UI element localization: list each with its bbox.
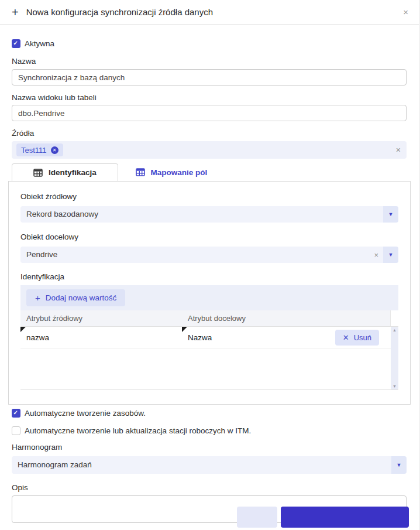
delete-row-button-label: Usuń	[354, 333, 371, 342]
view-label: Nazwa widoku lub tabeli	[12, 93, 407, 102]
plus-icon: +	[12, 6, 19, 18]
target-object-value: Pendrive	[20, 247, 398, 263]
scroll-up-icon[interactable]: ▲	[393, 328, 397, 332]
active-checkbox[interactable]	[12, 39, 20, 48]
view-input[interactable]	[12, 105, 407, 121]
cell-source-attribute[interactable]: nazwa	[20, 327, 182, 348]
plus-icon: +	[35, 295, 40, 302]
sources-multiselect[interactable]: Test111 ✕ ×	[12, 141, 407, 159]
dialog-footer	[0, 507, 419, 530]
add-value-button-label: Dodaj nową wartość	[46, 293, 117, 302]
grid-toolbar: + Dodaj nową wartość	[20, 285, 398, 310]
grid-body: nazwa Nazwa ✕ Usuń ▲ ▼	[20, 327, 398, 390]
identification-label: Identyfikacja	[20, 272, 398, 281]
schedule-label: Harmonogram	[12, 443, 407, 452]
vertical-scrollbar[interactable]: ▲ ▼	[391, 327, 398, 389]
dialog-title: Nowa konfiguracja synchronizacji źródła …	[26, 7, 213, 17]
save-button[interactable]	[281, 507, 409, 528]
active-checkbox-label: Aktywna	[25, 39, 54, 48]
cancel-button[interactable]	[237, 507, 277, 528]
chip-remove-icon[interactable]: ✕	[51, 146, 58, 154]
description-label: Opis	[12, 483, 407, 492]
delete-row-button[interactable]: ✕ Usuń	[335, 330, 379, 346]
source-chip: Test111 ✕	[16, 143, 63, 156]
chevron-down-icon[interactable]: ▼	[391, 456, 407, 474]
edited-cell-marker	[182, 327, 187, 332]
scroll-down-icon[interactable]: ▼	[393, 384, 397, 388]
auto-workstations-row: Automatyczne tworzenie lub aktualizacja …	[12, 426, 407, 435]
active-checkbox-row: Aktywna	[12, 39, 407, 48]
chevron-down-icon[interactable]: ▼	[383, 247, 398, 263]
identification-tab-panel: Obiekt źródłowy Rekord bazodanowy ▼ Obie…	[8, 181, 411, 405]
table-row[interactable]: nazwa Nazwa ✕ Usuń	[20, 327, 391, 348]
grid-header-spacer	[390, 310, 398, 326]
target-object-label: Obiekt docelowy	[20, 232, 398, 241]
sources-label: Źródła	[12, 129, 407, 138]
chevron-down-icon[interactable]: ▼	[383, 206, 398, 223]
source-object-label: Obiekt źródłowy	[20, 192, 398, 201]
identification-grid: + Dodaj nową wartość Atrybut źródłowy At…	[20, 285, 398, 390]
add-value-button[interactable]: + Dodaj nową wartość	[26, 289, 125, 306]
edited-cell-marker	[20, 327, 26, 332]
tab-identyfikacja[interactable]: Identyfikacja	[12, 163, 118, 181]
schedule-value: Harmonogram zadań	[12, 456, 407, 474]
auto-workstations-checkbox[interactable]	[12, 426, 20, 435]
tab-identyfikacja-label: Identyfikacja	[49, 168, 97, 177]
dialog-header: + Nowa konfiguracja synchronizacji źródł…	[0, 0, 419, 25]
name-input[interactable]	[12, 69, 407, 86]
sources-clear-icon[interactable]: ×	[396, 145, 401, 155]
source-object-select[interactable]: Rekord bazodanowy ▼	[20, 206, 398, 223]
schedule-select[interactable]: Harmonogram zadań ▼	[12, 456, 407, 474]
close-icon[interactable]: ×	[403, 7, 408, 17]
sync-config-dialog: + Nowa konfiguracja synchronizacji źródł…	[0, 0, 419, 530]
table-icon	[136, 168, 145, 176]
column-header-source[interactable]: Atrybut źródłowy	[20, 314, 182, 323]
auto-resources-row: Automatyczne tworzenie zasobów.	[12, 409, 407, 418]
source-object-value: Rekord bazodanowy	[20, 206, 398, 223]
close-icon: ✕	[343, 333, 349, 342]
auto-resources-checkbox[interactable]	[12, 409, 20, 418]
target-object-clear-icon[interactable]: ×	[374, 247, 378, 263]
auto-resources-label: Automatyczne tworzenie zasobów.	[25, 409, 146, 418]
column-header-target[interactable]: Atrybut docelowy	[182, 314, 390, 323]
tab-mapowanie-pol[interactable]: Mapowanie pól	[118, 163, 225, 181]
tab-mapowanie-pol-label: Mapowanie pól	[151, 168, 208, 177]
source-chip-label: Test111	[21, 146, 47, 155]
auto-workstations-label: Automatyczne tworzenie lub aktualizacja …	[25, 426, 251, 435]
tab-bar: Identyfikacja Mapowanie pól	[12, 163, 407, 181]
target-object-select[interactable]: Pendrive × ▼	[20, 247, 398, 263]
grid-header-row: Atrybut źródłowy Atrybut docelowy	[20, 310, 398, 327]
table-icon	[33, 169, 43, 177]
name-label: Nazwa	[12, 57, 407, 66]
